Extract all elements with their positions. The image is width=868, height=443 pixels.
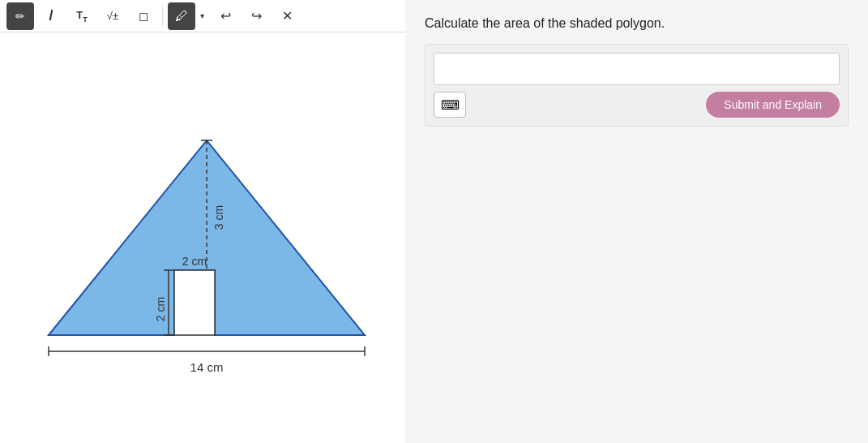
pencil-tool-button[interactable]: ✏ xyxy=(6,2,34,30)
answer-section: ⌨ Submit and Explain xyxy=(425,44,849,127)
close-button[interactable]: ✕ xyxy=(273,2,301,30)
keyboard-icon: ⌨ xyxy=(441,97,460,113)
eraser-icon: ◻ xyxy=(139,9,148,24)
base-label-text: 14 cm xyxy=(190,360,224,374)
redo-icon: ↪ xyxy=(251,8,262,24)
undo-icon: ↩ xyxy=(220,8,231,24)
answer-input[interactable] xyxy=(434,53,840,85)
question-text: Calculate the area of the shaded polygon… xyxy=(425,16,849,31)
keyboard-button[interactable]: ⌨ xyxy=(434,92,466,118)
text-icon: TT xyxy=(76,9,87,24)
pencil-icon: ✏ xyxy=(15,10,25,23)
toolbar-divider xyxy=(162,6,163,26)
sqrt-tool-button[interactable]: √± xyxy=(99,2,126,30)
text-tool-button[interactable]: TT xyxy=(68,2,96,30)
submit-explain-button[interactable]: Submit and Explain xyxy=(706,92,840,118)
cutout-height-label-text: 2 cm xyxy=(154,297,167,321)
right-panel: Calculate the area of the shaded polygon… xyxy=(405,0,868,443)
redo-button[interactable]: ↪ xyxy=(242,2,270,30)
canvas-area[interactable]: 14 cm 3 cm 2 cm 2 cm xyxy=(0,32,405,443)
ink-selector[interactable]: 🖊 ▾ xyxy=(168,2,208,30)
ink-icon: 🖊 xyxy=(175,9,188,24)
eraser-tool-button[interactable]: ◻ xyxy=(130,2,157,30)
ink-dropdown-arrow[interactable]: ▾ xyxy=(195,2,208,30)
polygon-diagram: 14 cm 3 cm 2 cm 2 cm xyxy=(24,67,381,408)
sqrt-icon: √± xyxy=(107,10,118,22)
close-icon: ✕ xyxy=(282,8,293,24)
cutout-width-label-text: 2 cm xyxy=(182,255,207,268)
undo-button[interactable]: ↩ xyxy=(212,2,239,30)
answer-controls: ⌨ Submit and Explain xyxy=(434,92,840,118)
line-icon: / xyxy=(49,7,53,24)
cutout-rect xyxy=(174,270,215,335)
toolbar: ✏ / TT √± ◻ 🖊 ▾ ↩ ↪ ✕ xyxy=(0,0,405,32)
line-tool-button[interactable]: / xyxy=(37,2,65,30)
ink-tool-button[interactable]: 🖊 xyxy=(168,2,195,30)
left-panel: ✏ / TT √± ◻ 🖊 ▾ ↩ ↪ ✕ xyxy=(0,0,405,443)
height-label-text: 3 cm xyxy=(212,205,225,230)
